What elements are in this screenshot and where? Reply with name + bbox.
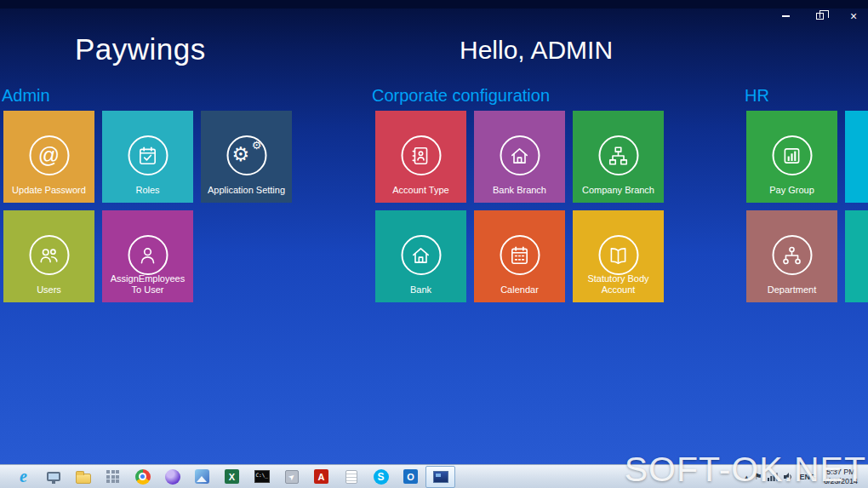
tile-label: Update Password xyxy=(3,185,94,197)
tile-assign-employees-to-user[interactable]: AssignEmployees To User xyxy=(102,210,193,302)
window-controls: × xyxy=(779,10,859,22)
devices-icon xyxy=(47,472,60,481)
tile-application-setting[interactable]: ⚙⚙ Application Setting xyxy=(201,111,292,203)
tile-label: Roles xyxy=(102,185,193,197)
volume-icon[interactable] xyxy=(784,473,793,481)
network-icon[interactable] xyxy=(768,473,778,481)
excel-icon: X xyxy=(225,469,239,484)
tile-label: Application Setting xyxy=(201,185,292,197)
taskbar-icon-internet-explorer[interactable]: e xyxy=(9,466,38,488)
calendar-check-icon xyxy=(128,135,168,175)
taskbar-icon-outlook[interactable]: O xyxy=(396,466,425,488)
tile-label: Statutory Body Account xyxy=(573,273,664,297)
tray-language[interactable]: ENG xyxy=(799,473,816,481)
tile-users[interactable]: Users xyxy=(3,210,94,302)
photo-viewer-icon xyxy=(195,469,209,484)
action-center-flag-icon[interactable]: ⚑ xyxy=(754,472,762,481)
tile-company-branch[interactable]: Company Branch xyxy=(573,111,664,203)
tile-update-password[interactable]: @ Update Password xyxy=(3,111,94,203)
tile-label: Account Type xyxy=(375,185,466,197)
tile-label: Calendar xyxy=(474,284,565,296)
tray-clock[interactable]: 5:37 PM 6/23/2014 xyxy=(824,468,858,486)
system-tray: ▴ ⚑ ENG 5:37 PM 6/23/2014 xyxy=(745,468,868,486)
bar-chart-icon xyxy=(772,135,812,175)
window-title-strip xyxy=(0,0,868,9)
taskbar: e X C:\_ ➤ A S O ▴ ⚑ ENG 5:37 PM 6/23/20… xyxy=(0,464,868,488)
tile-partial-top[interactable] xyxy=(845,111,868,203)
corporate-tile-group: Account Type Bank Branch Company Branch … xyxy=(375,111,664,302)
tile-department[interactable]: Department xyxy=(746,210,837,302)
taskbar-icon-photo-viewer[interactable] xyxy=(187,466,217,488)
hr-tile-group: Pay Group Department xyxy=(746,111,868,302)
taskbar-icon-setup-tool[interactable]: ➤ xyxy=(277,466,306,488)
at-icon: @ xyxy=(29,135,69,175)
setup-tool-icon: ➤ xyxy=(285,470,299,484)
outlook-icon: O xyxy=(403,469,418,484)
tray-date: 6/23/2014 xyxy=(824,477,858,486)
tile-bank[interactable]: Bank xyxy=(375,210,466,302)
media-player-icon xyxy=(165,469,180,485)
taskbar-icon-command-prompt[interactable]: C:\_ xyxy=(247,466,277,488)
taskbar-icon-adobe-reader[interactable]: A xyxy=(306,466,336,488)
tile-partial-bottom[interactable] xyxy=(845,210,868,302)
section-title-corporate: Corporate configuration xyxy=(372,86,550,106)
restore-button[interactable] xyxy=(814,10,825,22)
minimize-button[interactable] xyxy=(779,10,791,22)
gears-icon: ⚙⚙ xyxy=(226,135,266,175)
taskbar-icon-file-explorer[interactable] xyxy=(68,466,98,488)
section-title-hr: HR xyxy=(745,86,769,106)
skype-icon: S xyxy=(374,469,389,485)
chrome-icon xyxy=(135,469,151,485)
tile-label: Pay Group xyxy=(746,185,837,197)
calendar-icon xyxy=(500,235,540,275)
tile-statutory-body-account[interactable]: Statutory Body Account xyxy=(573,210,664,302)
taskbar-icon-skype[interactable]: S xyxy=(366,466,396,488)
command-prompt-icon: C:\_ xyxy=(254,470,270,483)
contact-book-icon xyxy=(401,135,441,175)
admin-tile-group: @ Update Password Roles ⚙⚙ Application S… xyxy=(3,111,292,302)
adobe-reader-icon: A xyxy=(314,469,328,484)
taskbar-icon-devices[interactable] xyxy=(38,466,68,488)
section-title-admin: Admin xyxy=(2,86,50,106)
notes-icon xyxy=(345,470,357,484)
internet-explorer-icon: e xyxy=(20,467,27,486)
paywings-window-icon xyxy=(433,471,448,483)
app-grid-icon xyxy=(106,470,119,483)
home-icon xyxy=(401,235,441,275)
close-button[interactable]: × xyxy=(848,10,859,22)
org-chart-icon xyxy=(772,235,812,275)
tile-roles[interactable]: Roles xyxy=(102,111,193,203)
app-title: Paywings xyxy=(75,32,206,66)
taskbar-icon-notes[interactable] xyxy=(336,466,366,488)
taskbar-icon-media-player[interactable] xyxy=(157,466,187,488)
taskbar-icon-excel[interactable]: X xyxy=(217,466,247,488)
tile-label: Department xyxy=(746,284,837,296)
tile-calendar[interactable]: Calendar xyxy=(474,210,565,302)
tile-label: Bank xyxy=(375,284,466,296)
hierarchy-icon xyxy=(598,135,638,175)
open-book-icon xyxy=(598,235,638,275)
tile-label: Bank Branch xyxy=(474,185,565,197)
tile-label: AssignEmployees To User xyxy=(102,273,193,297)
tile-label: Users xyxy=(3,284,94,296)
taskbar-icon-paywings-window[interactable] xyxy=(425,466,455,488)
show-hidden-icons-chevron[interactable]: ▴ xyxy=(745,473,749,481)
tile-pay-group[interactable]: Pay Group xyxy=(746,111,837,203)
tile-bank-branch[interactable]: Bank Branch xyxy=(474,111,565,203)
greeting-text: Hello, ADMIN xyxy=(460,36,613,65)
users-icon xyxy=(29,235,69,275)
taskbar-icon-app-grid[interactable] xyxy=(98,466,128,488)
paywings-dashboard: { "window": { "controls": ["minimize", "… xyxy=(0,0,868,488)
home-icon xyxy=(500,135,540,175)
folder-icon xyxy=(76,474,91,484)
user-icon xyxy=(128,235,168,275)
taskbar-icon-chrome[interactable] xyxy=(128,466,157,488)
tile-label: Company Branch xyxy=(573,185,664,197)
tile-account-type[interactable]: Account Type xyxy=(375,111,466,203)
tray-time: 5:37 PM xyxy=(824,468,858,477)
